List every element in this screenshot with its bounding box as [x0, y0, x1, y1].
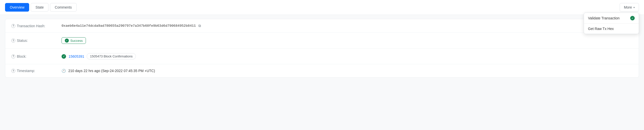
timestamp-label: Timestamp:: [17, 69, 35, 73]
block-help-icon[interactable]: ?: [11, 54, 15, 58]
more-button[interactable]: More ▾: [620, 3, 639, 12]
transaction-hash-label: Transaction Hash:: [17, 24, 45, 28]
block-value-wrapper: ✓ 15605391 1505473 Block Confirmations: [62, 53, 633, 59]
more-dropdown-menu: Validate Transaction ✓ Get Raw Tx Hex: [584, 13, 639, 34]
timestamp-help-icon[interactable]: ?: [11, 69, 15, 73]
transaction-hash-value-wrapper: 0xaeb6e4a11e74dcda9ad780655a290797e7a347…: [62, 24, 633, 28]
chevron-down-icon: ▾: [633, 6, 635, 9]
timestamp-row: ? Timestamp: 🕐 210 days 22 hrs ago (Sep-…: [5, 64, 639, 77]
copy-hash-icon[interactable]: ⧉: [198, 24, 201, 28]
transaction-hash-row: ? Transaction Hash: 0xaeb6e4a11e74dcda9a…: [5, 19, 639, 33]
tab-overview[interactable]: Overview: [5, 3, 29, 12]
timestamp-value-wrapper: 🕐 210 days 22 hrs ago (Sep-24-2022 07:45…: [62, 69, 633, 73]
block-number-link[interactable]: 15605391: [69, 54, 84, 58]
status-help-icon[interactable]: ?: [11, 39, 15, 43]
block-confirmations-badge: 1505473 Block Confirmations: [87, 53, 136, 59]
status-value-wrapper: ✓ Success: [62, 37, 633, 44]
transaction-hash-label-wrapper: ? Transaction Hash:: [11, 24, 62, 28]
block-label: Block:: [17, 54, 26, 58]
status-row: ? Status: ✓ Success: [5, 33, 639, 49]
dropdown-item-validate-transaction[interactable]: Validate Transaction ✓: [584, 13, 639, 24]
transaction-hash-help-icon[interactable]: ?: [11, 24, 15, 28]
status-label-wrapper: ? Status:: [11, 39, 62, 43]
timestamp-value: 210 days 22 hrs ago (Sep-24-2022 07:45:3…: [68, 69, 155, 73]
get-raw-tx-hex-label: Get Raw Tx Hex: [588, 27, 614, 31]
clock-icon: 🕐: [62, 69, 66, 73]
transaction-details-card: ? Transaction Hash: 0xaeb6e4a11e74dcda9a…: [5, 19, 639, 78]
status-label: Status:: [17, 39, 28, 43]
dropdown-item-get-raw-tx-hex[interactable]: Get Raw Tx Hex: [584, 24, 639, 34]
block-label-wrapper: ? Block:: [11, 54, 62, 58]
validate-transaction-check-icon: ✓: [630, 16, 635, 20]
validate-transaction-label: Validate Transaction: [588, 16, 620, 20]
tab-bar: Overview State Comments: [5, 3, 77, 12]
transaction-hash-value: 0xaeb6e4a11e74dcda9ad780655a290797e7a347…: [62, 24, 196, 28]
top-bar: Overview State Comments More ▾ Validate …: [0, 0, 644, 15]
tab-comments[interactable]: Comments: [50, 3, 77, 12]
status-badge: ✓ Success: [62, 37, 86, 44]
block-row: ? Block: ✓ 15605391 1505473 Block Confir…: [5, 49, 639, 64]
timestamp-label-wrapper: ? Timestamp:: [11, 69, 62, 73]
tab-state[interactable]: State: [31, 3, 48, 12]
status-text: Success: [70, 39, 83, 43]
block-confirmed-icon: ✓: [62, 54, 66, 59]
more-label: More: [624, 5, 632, 9]
more-button-wrapper: More ▾ Validate Transaction ✓ Get Raw Tx…: [620, 3, 639, 12]
status-success-icon: ✓: [65, 39, 69, 43]
